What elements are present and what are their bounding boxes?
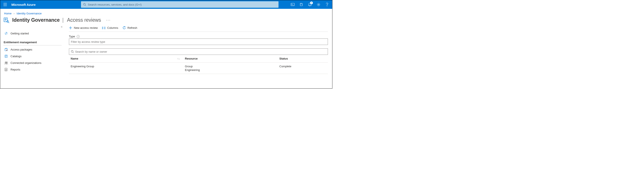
table-header: Name ↑↓ Resource Status [69,55,328,63]
content-area: New access review Columns Refresh [65,25,332,74]
page-title-main: Identity Governance [12,17,60,23]
topbar: Microsoft Azure 7 [0,0,332,9]
breadcrumb-home[interactable]: Home [4,12,12,15]
column-header-status[interactable]: Status [279,57,328,60]
svg-point-3 [84,4,86,5]
sidebar-section-entitlement: Entitlement management [3,37,62,45]
svg-rect-5 [291,3,294,6]
brand-label[interactable]: Microsoft Azure [10,3,81,7]
global-search[interactable] [81,1,278,8]
svg-point-7 [318,4,319,5]
svg-point-36 [71,51,73,53]
type-filter-label-row: Type i [69,32,328,39]
sort-icon[interactable]: ↑↓ [177,57,180,60]
svg-line-4 [85,5,86,6]
sidebar: « Getting started Entitlement management… [0,25,65,74]
toolbar-label: Refresh [128,26,138,30]
hamburger-menu[interactable] [0,0,10,9]
page-title-sub: Access reviews [66,17,101,23]
refresh-icon [122,26,126,30]
toolbar-label: Columns [107,26,118,30]
svg-point-17 [6,50,7,51]
content-toolbar: New access review Columns Refresh [69,25,328,32]
global-search-input[interactable] [86,3,276,6]
sidebar-item-access-packages[interactable]: Access packages [3,46,62,53]
type-filter-input[interactable] [69,39,328,45]
svg-line-14 [8,22,9,23]
catalogs-icon [4,55,8,58]
cell-resource: Group Engineering [185,65,279,72]
column-header-resource[interactable]: Resource [185,57,279,60]
name-owner-search[interactable] [69,48,328,55]
breadcrumb: Home › Identity Governance [0,9,332,17]
reports-icon [4,68,8,71]
table-row[interactable]: Engineering Group Group Engineering Comp… [69,63,328,74]
svg-point-8 [327,6,327,6]
svg-point-13 [7,21,8,22]
sidebar-item-getting-started[interactable]: Getting started [3,30,62,37]
svg-point-22 [5,62,6,63]
sidebar-item-label: Getting started [10,32,29,35]
svg-line-37 [73,52,74,53]
columns-button[interactable]: Columns [102,26,118,30]
refresh-button[interactable]: Refresh [122,26,138,30]
breadcrumb-current[interactable]: Identity Governance [16,12,42,15]
directories-icon[interactable] [297,0,306,9]
getting-started-icon [4,32,8,35]
new-access-review-button[interactable]: New access review [69,26,98,30]
search-icon [71,50,74,53]
collapse-sidebar-icon[interactable]: « [61,25,62,28]
name-owner-search-input[interactable] [75,50,326,53]
help-icon[interactable] [323,0,331,9]
breadcrumb-separator: › [14,12,14,15]
settings-icon[interactable] [314,0,323,9]
identity-governance-icon [3,17,10,23]
sidebar-item-label: Access packages [10,48,32,51]
sidebar-item-reports[interactable]: Reports [3,66,62,73]
notifications-icon[interactable]: 7 [306,0,314,9]
connected-orgs-icon [4,62,8,65]
page-title-separator: | [62,17,64,23]
cloud-shell-icon[interactable] [288,0,297,9]
sidebar-item-label: Catalogs [10,55,22,58]
search-icon [83,3,86,6]
svg-point-23 [6,62,8,63]
sidebar-item-label: Reports [10,68,20,71]
sidebar-item-label: Connected organizations [10,61,42,65]
toolbar-label: New access review [74,26,98,30]
cell-status: Complete [279,65,328,68]
type-label: Type [69,35,75,38]
cell-name: Engineering Group [69,65,185,68]
notification-badge: 7 [310,2,313,4]
sidebar-item-connected-orgs[interactable]: Connected organizations [3,60,62,66]
access-packages-icon [4,48,8,51]
page-title-bar: Identity Governance | Access reviews ··· [0,17,332,25]
columns-icon [102,27,106,29]
type-filter-text[interactable] [71,40,326,43]
info-icon[interactable]: i [77,35,80,38]
column-header-name[interactable]: Name ↑↓ [69,57,185,60]
more-actions-icon[interactable]: ··· [106,18,111,22]
plus-icon [69,26,72,30]
sidebar-item-catalogs[interactable]: Catalogs [3,53,62,60]
